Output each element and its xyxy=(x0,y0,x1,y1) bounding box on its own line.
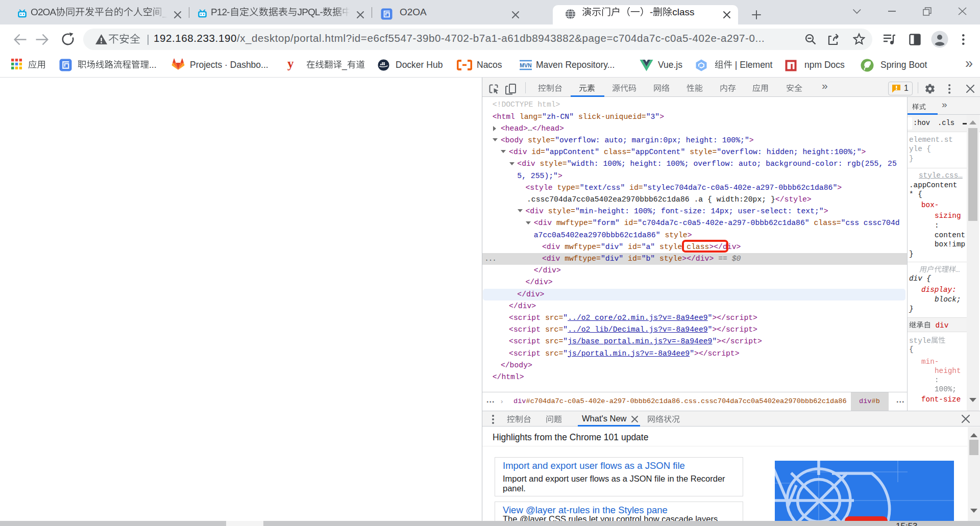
svg-text:MVN: MVN xyxy=(520,62,531,68)
